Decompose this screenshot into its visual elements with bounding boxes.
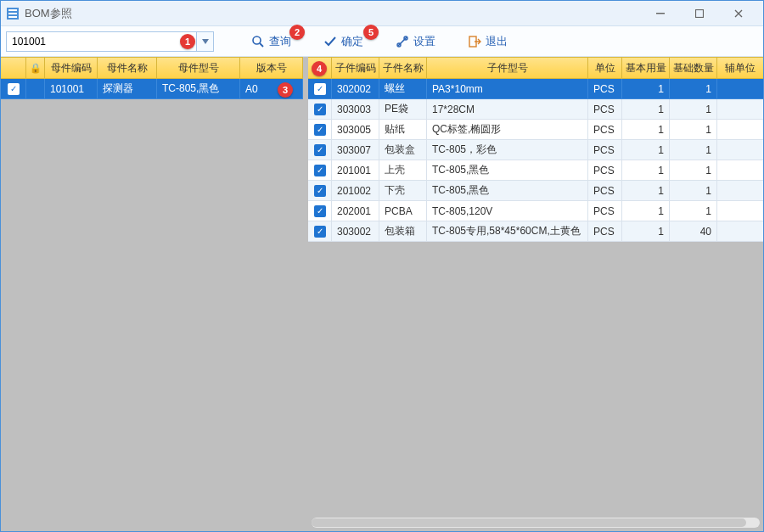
checkbox-icon: ✓: [314, 226, 326, 238]
settings-label: 设置: [413, 34, 435, 49]
child-grid-body[interactable]: ✓302002螺丝PA3*10mmPCS11✓303003PE袋17*28CMP…: [308, 79, 763, 531]
row-checkbox[interactable]: ✓: [308, 160, 332, 181]
table-row[interactable]: ✓101001探测器TC-805,黑色A0: [1, 79, 303, 99]
header-checkbox-col[interactable]: [1, 58, 26, 78]
cell-child-base-use: 1: [622, 181, 670, 201]
header-child-code[interactable]: 子件编码: [332, 58, 379, 78]
svg-rect-1: [8, 9, 17, 11]
cell-child-name: PCBA: [379, 201, 427, 221]
search-dropdown-button[interactable]: [197, 31, 214, 52]
header-child-base-qty[interactable]: 基础数量: [670, 58, 717, 78]
checkbox-icon: ✓: [314, 124, 326, 136]
header-lock-col: 🔒: [26, 58, 45, 78]
callout-badge-3: 3: [278, 82, 293, 98]
cell-child-aux-unit: [717, 160, 763, 181]
row-checkbox[interactable]: ✓: [1, 79, 26, 99]
table-row[interactable]: ✓303007包装盒TC-805，彩色PCS11: [308, 140, 763, 160]
table-row[interactable]: ✓201001上壳TC-805,黑色PCS11: [308, 160, 763, 181]
cell-child-unit: PCS: [588, 79, 622, 99]
cell-child-unit: PCS: [588, 160, 622, 181]
header-parent-model[interactable]: 母件型号: [157, 58, 240, 78]
cell-child-name: 螺丝: [379, 79, 427, 99]
checkbox-icon: ✓: [314, 165, 326, 176]
cell-child-code: 302002: [332, 79, 379, 99]
cell-child-code: 303007: [332, 140, 379, 160]
cell-child-base-qty: 1: [670, 201, 717, 221]
cell-child-aux-unit: [717, 181, 763, 201]
window-title: BOM参照: [25, 6, 72, 21]
cell-child-base-use: 1: [622, 120, 670, 140]
cell-child-model: 17*28CM: [427, 99, 588, 120]
callout-badge-5: 5: [363, 25, 379, 40]
cell-child-base-use: 1: [622, 140, 670, 160]
cell-child-unit: PCS: [588, 140, 622, 160]
toolbar: 1 查询 2 确定 5 设置 退出: [1, 26, 763, 57]
exit-button[interactable]: 退出: [459, 30, 516, 53]
table-row[interactable]: ✓303003PE袋17*28CMPCS11: [308, 99, 763, 120]
cell-child-model: TC-805,黑色: [427, 160, 588, 181]
table-row[interactable]: ✓202001PCBATC-805,120VPCS11: [308, 201, 763, 221]
row-checkbox[interactable]: ✓: [308, 201, 332, 221]
svg-rect-4: [656, 13, 665, 14]
search-icon: [251, 35, 265, 48]
row-checkbox[interactable]: ✓: [308, 120, 332, 140]
tools-icon: [396, 35, 409, 48]
cell-child-name: 包装箱: [379, 221, 427, 242]
exit-label: 退出: [486, 34, 508, 49]
horizontal-scrollbar[interactable]: [312, 518, 760, 528]
row-checkbox[interactable]: ✓: [308, 140, 332, 160]
cell-child-code: 303003: [332, 99, 379, 120]
window: BOM参照 1 查询 2: [0, 0, 764, 532]
table-row[interactable]: ✓303005贴纸QC标签,椭圆形PCS11: [308, 120, 763, 140]
query-label: 查询: [269, 34, 291, 49]
header-child-unit[interactable]: 单位: [588, 58, 622, 78]
table-row[interactable]: ✓303002包装箱TC-805专用,58*45*60CM,土黄色PCS140: [308, 221, 763, 242]
settings-button[interactable]: 设置: [387, 30, 444, 53]
cell-child-unit: PCS: [588, 201, 622, 221]
child-grid-panel: 子件编码 子件名称 子件型号 单位 基本用量 基础数量 辅单位 4 ✓30200…: [308, 57, 763, 531]
header-child-name[interactable]: 子件名称: [379, 58, 427, 78]
cell-child-aux-unit: [717, 99, 763, 120]
row-checkbox[interactable]: ✓: [308, 181, 332, 201]
header-parent-name[interactable]: 母件名称: [98, 58, 157, 78]
svg-rect-5: [696, 9, 704, 17]
cell-child-unit: PCS: [588, 120, 622, 140]
header-parent-version[interactable]: 版本号: [240, 58, 303, 78]
minimize-button[interactable]: [641, 2, 680, 25]
cell-child-base-qty: 40: [670, 221, 717, 242]
maximize-button[interactable]: [680, 2, 719, 25]
cell-child-aux-unit: [717, 201, 763, 221]
lock-icon: 🔒: [30, 63, 42, 74]
cell-parent-code: 101001: [45, 79, 98, 99]
table-row[interactable]: ✓201002下壳TC-805,黑色PCS11: [308, 181, 763, 201]
cell-child-base-use: 1: [622, 201, 670, 221]
body: 🔒 母件编码 母件名称 母件型号 版本号 ✓101001探测器TC-805,黑色…: [1, 57, 763, 531]
cell-child-model: TC-805，彩色: [427, 140, 588, 160]
row-checkbox[interactable]: ✓: [308, 79, 332, 99]
cell-child-code: 201002: [332, 181, 379, 201]
cell-child-unit: PCS: [588, 181, 622, 201]
callout-badge-1: 1: [180, 34, 195, 49]
cell-parent-version: A0: [240, 79, 303, 99]
cell-child-model: TC-805,黑色: [427, 181, 588, 201]
svg-rect-3: [8, 16, 17, 18]
cell-child-unit: PCS: [588, 99, 622, 120]
search-input[interactable]: [6, 31, 197, 52]
row-checkbox[interactable]: ✓: [308, 99, 332, 120]
header-child-base-use[interactable]: 基本用量: [622, 58, 670, 78]
row-checkbox[interactable]: ✓: [308, 221, 332, 242]
header-child-model[interactable]: 子件型号: [427, 58, 588, 78]
cell-child-name: 贴纸: [379, 120, 427, 140]
cell-child-name: 下壳: [379, 181, 427, 201]
header-parent-code[interactable]: 母件编码: [45, 58, 98, 78]
parent-grid-body[interactable]: ✓101001探测器TC-805,黑色A0 3: [1, 79, 303, 531]
horizontal-scrollbar-thumb[interactable]: [312, 518, 746, 527]
cell-child-base-qty: 1: [670, 181, 717, 201]
cell-child-base-use: 1: [622, 99, 670, 120]
cell-child-code: 202001: [332, 201, 379, 221]
header-child-aux-unit[interactable]: 辅单位: [717, 58, 763, 78]
close-button[interactable]: [719, 2, 758, 25]
cell-child-base-qty: 1: [670, 160, 717, 181]
cell-child-model: QC标签,椭圆形: [427, 120, 588, 140]
table-row[interactable]: ✓302002螺丝PA3*10mmPCS11: [308, 79, 763, 99]
